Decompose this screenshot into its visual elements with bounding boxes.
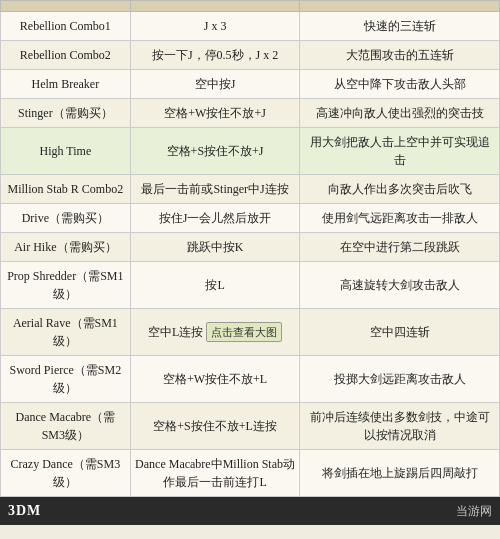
footer-bar: 3DM 当游网 — [0, 497, 500, 525]
move-effect: 将剑插在地上旋踢后四周敲打 — [300, 450, 500, 497]
footer-logo: 3DM — [8, 503, 41, 519]
table-row: Aerial Rave（需SM1级）空中L连按 点击查看大图空中四连斩 — [1, 309, 500, 356]
move-name: Rebellion Combo2 — [1, 41, 131, 70]
table-row: Rebellion Combo2按一下J，停0.5秒，J x 2大范围攻击的五连… — [1, 41, 500, 70]
view-large-link[interactable]: 点击查看大图 — [206, 322, 282, 343]
table-row: Million Stab R Combo2最后一击前或Stinger中J连按向敌… — [1, 175, 500, 204]
table-row: Air Hike（需购买）跳跃中按K在空中进行第二段跳跃 — [1, 233, 500, 262]
move-command: 跳跃中按K — [130, 233, 300, 262]
move-effect: 大范围攻击的五连斩 — [300, 41, 500, 70]
table-row: Dance Macabre（需SM3级）空格+S按住不放+L连按前冲后连续使出多… — [1, 403, 500, 450]
move-command: 按L — [130, 262, 300, 309]
move-name: Dance Macabre（需SM3级） — [1, 403, 131, 450]
move-name: Drive（需购买） — [1, 204, 131, 233]
header-effect — [300, 1, 500, 12]
table-row: Drive（需购买）按住J一会儿然后放开使用剑气远距离攻击一排敌人 — [1, 204, 500, 233]
move-name: High Time — [1, 128, 131, 175]
table-row: Prop Shredder（需SM1级）按L高速旋转大剑攻击敌人 — [1, 262, 500, 309]
move-name: Stinger（需购买） — [1, 99, 131, 128]
table-row: Rebellion Combo1J x 3快速的三连斩 — [1, 12, 500, 41]
table-row: High Time空格+S按住不放+J用大剑把敌人击上空中并可实现追击 — [1, 128, 500, 175]
move-effect: 快速的三连斩 — [300, 12, 500, 41]
move-name: Aerial Rave（需SM1级） — [1, 309, 131, 356]
move-command: 空格+S按住不放+J — [130, 128, 300, 175]
move-effect: 高速旋转大剑攻击敌人 — [300, 262, 500, 309]
move-name: Helm Breaker — [1, 70, 131, 99]
footer-site: 当游网 — [456, 503, 492, 520]
table-row: Crazy Dance（需SM3级）Dance Macabre中Million … — [1, 450, 500, 497]
header-moves — [1, 1, 131, 12]
header-input — [130, 1, 300, 12]
move-effect: 空中四连斩 — [300, 309, 500, 356]
move-name: Crazy Dance（需SM3级） — [1, 450, 131, 497]
move-effect: 在空中进行第二段跳跃 — [300, 233, 500, 262]
table-row: Sword Pierce（需SM2级）空格+W按住不放+L投掷大剑远距离攻击敌人 — [1, 356, 500, 403]
move-command: 空格+W按住不放+J — [130, 99, 300, 128]
move-name: Prop Shredder（需SM1级） — [1, 262, 131, 309]
move-effect: 前冲后连续使出多数剑技，中途可以按情况取消 — [300, 403, 500, 450]
move-name: Sword Pierce（需SM2级） — [1, 356, 131, 403]
move-command: 空格+S按住不放+L连按 — [130, 403, 300, 450]
move-command: 空格+W按住不放+L — [130, 356, 300, 403]
table-row: Stinger（需购买）空格+W按住不放+J高速冲向敌人使出强烈的突击技 — [1, 99, 500, 128]
move-effect: 使用剑气远距离攻击一排敌人 — [300, 204, 500, 233]
move-name: Million Stab R Combo2 — [1, 175, 131, 204]
move-command: 最后一击前或Stinger中J连按 — [130, 175, 300, 204]
move-effect: 用大剑把敌人击上空中并可实现追击 — [300, 128, 500, 175]
move-command: 按一下J，停0.5秒，J x 2 — [130, 41, 300, 70]
move-command: 空中L连按 点击查看大图 — [130, 309, 300, 356]
moves-table: Rebellion Combo1J x 3快速的三连斩Rebellion Com… — [0, 0, 500, 497]
table-row: Helm Breaker空中按J从空中降下攻击敌人头部 — [1, 70, 500, 99]
table-header-row — [1, 1, 500, 12]
main-container: Rebellion Combo1J x 3快速的三连斩Rebellion Com… — [0, 0, 500, 497]
move-command: 按住J一会儿然后放开 — [130, 204, 300, 233]
move-command: Dance Macabre中Million Stab动作最后一击前连打L — [130, 450, 300, 497]
move-command: 空中按J — [130, 70, 300, 99]
move-name: Air Hike（需购买） — [1, 233, 131, 262]
move-command: J x 3 — [130, 12, 300, 41]
move-effect: 向敌人作出多次突击后吹飞 — [300, 175, 500, 204]
move-effect: 高速冲向敌人使出强烈的突击技 — [300, 99, 500, 128]
move-name: Rebellion Combo1 — [1, 12, 131, 41]
move-effect: 投掷大剑远距离攻击敌人 — [300, 356, 500, 403]
move-effect: 从空中降下攻击敌人头部 — [300, 70, 500, 99]
